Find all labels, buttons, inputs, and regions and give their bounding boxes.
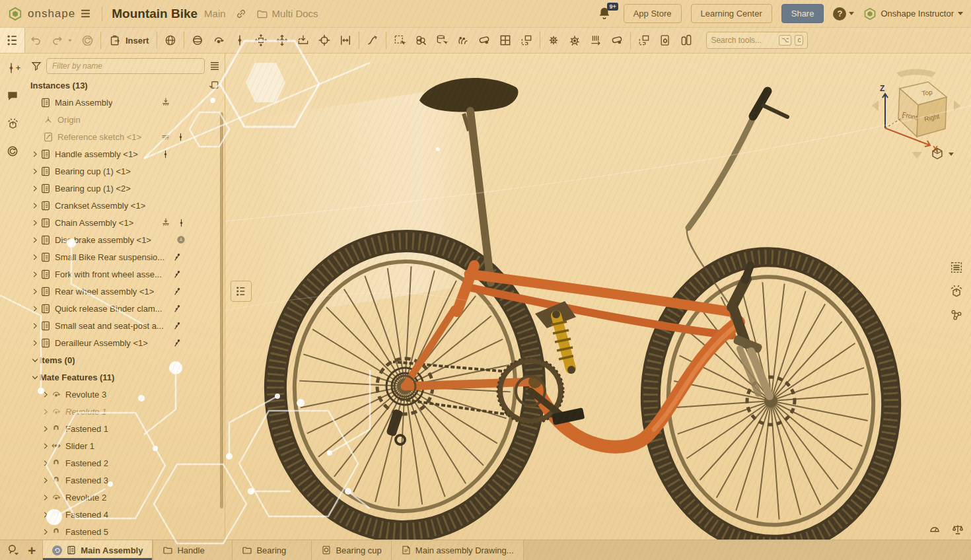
- path-relation-icon[interactable]: [362, 30, 383, 50]
- tree-row[interactable]: Bearing cup (1) <2>: [25, 180, 225, 197]
- tree-row[interactable]: Disc brake assembly <1>: [25, 231, 225, 248]
- comments-icon[interactable]: [3, 87, 22, 104]
- tree-row[interactable]: Reference sketch <1>: [25, 128, 225, 145]
- chevron-down-icon[interactable]: [30, 356, 40, 365]
- history-caret-icon[interactable]: [68, 39, 72, 42]
- chevron-right-icon[interactable]: [30, 167, 40, 176]
- tree-row[interactable]: Small Bike Rear suspensio...: [25, 248, 225, 265]
- list-options-icon[interactable]: [209, 60, 221, 72]
- search-tools-input[interactable]: Search tools... ⌥ c: [706, 32, 808, 49]
- learning-center-button[interactable]: Learning Center: [691, 4, 772, 23]
- tab-handle[interactable]: Handle: [153, 540, 232, 560]
- chevron-right-icon[interactable]: [30, 184, 40, 193]
- chevron-right-icon[interactable]: [41, 528, 50, 536]
- ball-mate-icon[interactable]: [187, 30, 208, 50]
- mate-connector-icon[interactable]: [229, 30, 250, 50]
- tree-row[interactable]: Crankset Assembly <1>: [25, 197, 225, 214]
- add-mate-connector-icon[interactable]: +: [3, 59, 22, 77]
- linear-pattern-icon[interactable]: [271, 30, 293, 50]
- configurations-icon[interactable]: [947, 306, 966, 324]
- document-link[interactable]: [235, 8, 247, 20]
- select-pattern-icon[interactable]: [389, 30, 410, 50]
- chevron-right-icon[interactable]: [30, 270, 40, 279]
- tree-row[interactable]: Fork with front wheel asse...: [25, 265, 225, 283]
- mate-row[interactable]: Revolute 1: [25, 403, 225, 420]
- filter-funnel-icon[interactable]: [30, 60, 42, 72]
- fastened-mate-icon[interactable]: [160, 30, 181, 50]
- tree-row[interactable]: Bearing cup (1) <1>: [25, 162, 225, 180]
- chevron-right-icon[interactable]: [30, 287, 40, 296]
- undo-button[interactable]: [25, 30, 46, 50]
- limits-icon[interactable]: [335, 30, 356, 50]
- chevron-right-icon[interactable]: [30, 322, 40, 330]
- in-context-icon[interactable]: [452, 30, 474, 50]
- tree-row[interactable]: Small seat and seat-post a...: [25, 317, 225, 334]
- exploded-view-icon[interactable]: [947, 283, 966, 300]
- belt-relation-icon[interactable]: [606, 30, 628, 50]
- chevron-right-icon[interactable]: [30, 150, 40, 158]
- tree-row[interactable]: Origin: [25, 111, 225, 128]
- mate-row[interactable]: Slider 1: [25, 437, 225, 454]
- group-icon[interactable]: [250, 30, 271, 50]
- chevron-down-icon[interactable]: [30, 373, 40, 382]
- chevron-right-icon[interactable]: [41, 425, 50, 433]
- bike-3d-model[interactable]: [225, 53, 971, 540]
- display-table-icon[interactable]: [495, 30, 516, 50]
- measure-scale-icon[interactable]: [951, 523, 964, 536]
- chevron-right-icon[interactable]: [30, 201, 40, 210]
- viewcube-top-label[interactable]: Top: [921, 88, 933, 97]
- drag-parts-icon[interactable]: [474, 30, 495, 50]
- rack-relation-icon[interactable]: [585, 30, 606, 50]
- frame-icon[interactable]: [633, 30, 655, 50]
- mate-row[interactable]: Revolute 2: [25, 489, 225, 506]
- chevron-right-icon[interactable]: [30, 339, 40, 347]
- tab-bearing-cup[interactable]: Bearing cup: [311, 540, 390, 560]
- tree-row[interactable]: Rear wheel assembly <1>: [25, 283, 225, 300]
- mate-row[interactable]: Revolute 3: [25, 386, 225, 403]
- tree-row[interactable]: Chain Assembly <1>: [25, 214, 225, 231]
- chevron-right-icon[interactable]: [41, 510, 50, 519]
- mate-row[interactable]: Fastened 4: [25, 506, 225, 523]
- structure-tree-toggle[interactable]: [0, 28, 25, 53]
- parts-panel-icon[interactable]: [3, 115, 22, 132]
- mate-row[interactable]: Fastened 1: [25, 420, 225, 437]
- mate-row[interactable]: Fastened 2: [25, 454, 225, 472]
- chevron-right-icon[interactable]: [41, 407, 50, 416]
- bom-table-icon[interactable]: [947, 259, 966, 276]
- view-options-button[interactable]: [930, 147, 954, 161]
- mate-row[interactable]: Fastened 3: [25, 472, 225, 489]
- app-store-button[interactable]: App Store: [624, 4, 682, 23]
- insert-to-tree-icon[interactable]: [207, 79, 219, 91]
- gear-relation-icon[interactable]: [543, 30, 564, 50]
- derived-parts-icon[interactable]: [431, 30, 452, 50]
- add-tab-button[interactable]: +: [26, 543, 37, 557]
- workspace-name[interactable]: Main: [204, 8, 226, 19]
- transform-icon[interactable]: [293, 30, 314, 50]
- items-section-header[interactable]: Items (0): [25, 351, 225, 368]
- tab-main-assembly[interactable]: Main Assembly: [42, 540, 153, 560]
- chevron-right-icon[interactable]: [41, 390, 50, 399]
- chevron-right-icon[interactable]: [30, 219, 40, 227]
- tree-row[interactable]: Quick release Binder clam...: [25, 300, 225, 317]
- notifications-button[interactable]: 9+: [597, 5, 614, 22]
- tab-manager-icon[interactable]: [5, 543, 21, 557]
- help-menu[interactable]: ?: [833, 7, 854, 20]
- tree-scrollbar[interactable]: [220, 112, 223, 508]
- multi-docs-link[interactable]: Multi Docs: [256, 8, 318, 20]
- tree-row[interactable]: Handle assembly <1>: [25, 145, 225, 162]
- tree-row[interactable]: Derailleur Assembly <1>: [25, 334, 225, 351]
- tab-main-assembly-drawing[interactable]: Main assembly Drawing...: [391, 540, 523, 560]
- chevron-right-icon[interactable]: [41, 476, 50, 485]
- tab-bearing[interactable]: Bearing: [232, 540, 311, 560]
- revolute-mate-icon[interactable]: [208, 30, 229, 50]
- performance-gauge-icon[interactable]: [927, 523, 942, 535]
- floating-structure-toggle[interactable]: [231, 281, 252, 302]
- sync-icon[interactable]: [77, 30, 98, 50]
- share-button[interactable]: Share: [781, 4, 824, 23]
- user-menu[interactable]: Onshape Instructor: [863, 7, 963, 20]
- chevron-right-icon[interactable]: [41, 459, 50, 468]
- hamburger-menu-icon[interactable]: [75, 4, 95, 24]
- section-view-icon[interactable]: [516, 30, 537, 50]
- insert-button[interactable]: Insert: [104, 34, 154, 47]
- chevron-right-icon[interactable]: [30, 236, 40, 244]
